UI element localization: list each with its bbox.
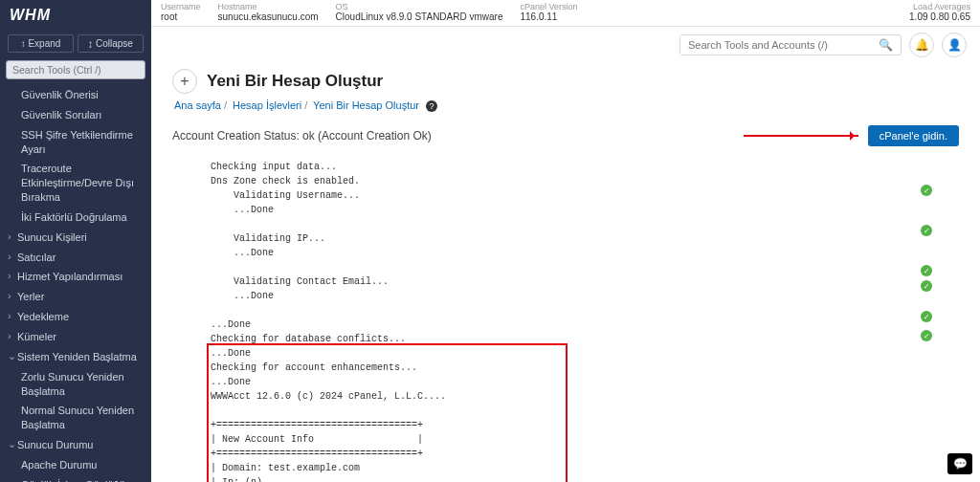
whm-logo: WHM — [0, 0, 151, 31]
sidebar-item[interactable]: Yedekleme — [0, 307, 151, 327]
check-icon: ✓ — [921, 185, 932, 196]
goto-cpanel-button[interactable]: cPanel'e gidin. — [868, 125, 959, 146]
sidebar-item[interactable]: Güvenlik Önerisi — [0, 85, 151, 105]
tool-search-input[interactable] — [680, 35, 871, 55]
check-icon: ✓ — [921, 265, 932, 276]
check-icon: ✓ — [921, 311, 932, 322]
main-area: UsernamerootHostnamesunucu.ekasunucu.com… — [151, 0, 980, 482]
server-info-col: Hostnamesunucu.ekasunucu.com — [218, 2, 319, 22]
tool-search[interactable]: 🔍 — [679, 34, 902, 55]
server-info-bar: UsernamerootHostnamesunucu.ekasunucu.com… — [151, 0, 980, 27]
check-icon: ✓ — [921, 330, 932, 341]
sidebar-item[interactable]: Yerler — [0, 287, 151, 307]
page-title: Yeni Bir Hesap Oluştur — [207, 72, 383, 91]
check-icon: ✓ — [921, 225, 932, 236]
page-icon: + — [172, 69, 197, 94]
sidebar-item[interactable]: Zorlu Sunucu Yeniden Başlatma — [0, 367, 151, 402]
chat-widget[interactable]: 💬 — [947, 453, 972, 474]
check-icon: ✓ — [921, 280, 932, 292]
sidebar-item[interactable]: Hizmet Yapılandırması — [0, 267, 151, 287]
sidebar-search-input[interactable] — [6, 60, 145, 79]
annotation-arrow — [744, 135, 858, 137]
sidebar-item[interactable]: Günlük İşlem Günlüğü — [0, 475, 151, 482]
server-info-col: OSCloudLinux v8.9.0 STANDARD vmware — [336, 2, 503, 22]
crumb-current[interactable]: Yeni Bir Hesap Oluştur — [313, 99, 419, 111]
sidebar: WHM ↕ Expand ↨ Collapse Güvenlik Önerisi… — [0, 0, 151, 482]
server-info-col: Usernameroot — [161, 2, 201, 22]
sidebar-item[interactable]: Kümeler — [0, 327, 151, 347]
status-text: Account Creation Status: ok (Account Cre… — [172, 129, 432, 142]
load-averages: Load Averages1.09 0.80 0.65 — [909, 2, 970, 22]
sidebar-item[interactable]: Satıcılar — [0, 248, 151, 268]
help-icon[interactable]: ? — [426, 100, 437, 112]
sidebar-item[interactable]: Traceroute Etkinleştirme/Devre Dışı Bıra… — [0, 159, 151, 208]
sidebar-item[interactable]: Normal Sunucu Yeniden Başlatma — [0, 401, 151, 435]
sidebar-nav: Güvenlik ÖnerisiGüvenlik SorularıSSH Şif… — [0, 85, 151, 482]
crumb-functions[interactable]: Hesap İşlevleri — [233, 99, 301, 111]
search-icon: 🔍 — [871, 38, 901, 52]
sidebar-item[interactable]: Apache Durumu — [0, 455, 151, 475]
sidebar-item[interactable]: Güvenlik Soruları — [0, 105, 151, 125]
sidebar-item[interactable]: Sunucu Kişileri — [0, 228, 151, 248]
sidebar-item[interactable]: Sunucu Durumu — [0, 435, 151, 455]
toolbar-row: 🔍 🔔 👤 — [151, 27, 980, 63]
sidebar-item[interactable]: SSH Şifre Yetkilendirme Ayarı — [0, 125, 151, 160]
expand-button[interactable]: ↕ Expand — [8, 34, 74, 53]
sidebar-item[interactable]: Sistem Yeniden Başlatma — [0, 347, 151, 367]
collapse-button[interactable]: ↨ Collapse — [78, 34, 144, 53]
crumb-home[interactable]: Ana sayfa — [174, 99, 221, 111]
notifications-button[interactable]: 🔔 — [909, 33, 934, 57]
sidebar-item[interactable]: İki Faktörlü Doğrulama — [0, 208, 151, 228]
account-button[interactable]: 👤 — [942, 33, 967, 57]
content: + Yeni Bir Hesap Oluştur Ana sayfa/ Hesa… — [151, 63, 980, 482]
console-output-wrap: Checking input data... Dns Zone check is… — [172, 156, 959, 482]
breadcrumb: Ana sayfa/ Hesap İşlevleri/ Yeni Bir Hes… — [174, 99, 959, 112]
annotation-highlight-box — [207, 343, 568, 482]
server-info-col: cPanel Version116.0.11 — [520, 2, 577, 22]
